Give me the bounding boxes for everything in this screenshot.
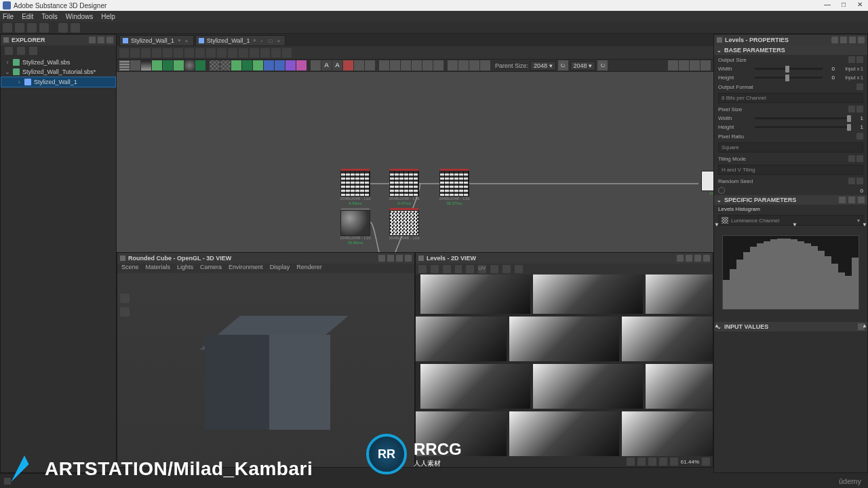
refresh-icon[interactable] xyxy=(250,48,259,58)
reset-icon[interactable] xyxy=(848,155,855,162)
tab-lights[interactable]: Lights xyxy=(177,264,193,273)
node-perlin-noise[interactable]: 2048x2048 - L1619.86ms xyxy=(339,210,372,245)
layout-icon[interactable] xyxy=(217,48,226,58)
swatch[interactable] xyxy=(296,60,307,70)
swatch[interactable] xyxy=(469,60,479,70)
node-graph-canvas[interactable]: 2048x2048 - L164.93ms 2048x2048 - L169.0… xyxy=(117,72,713,252)
output-black-handle[interactable]: ▲ xyxy=(714,323,719,329)
status-icon[interactable] xyxy=(4,478,11,485)
info-icon[interactable] xyxy=(701,60,711,70)
save-all-icon[interactable] xyxy=(39,23,49,33)
options-icon[interactable] xyxy=(848,197,855,203)
timing-icon[interactable] xyxy=(260,48,270,58)
height-slider[interactable] xyxy=(755,77,823,79)
px-width-slider[interactable] xyxy=(755,117,851,119)
popout-icon[interactable] xyxy=(686,255,692,262)
close-icon[interactable] xyxy=(703,255,710,262)
tab-display[interactable]: Display xyxy=(270,264,290,273)
node-result[interactable]: 1ms xyxy=(697,171,713,196)
reset-icon[interactable] xyxy=(848,178,855,184)
popout-icon[interactable] xyxy=(387,255,394,262)
swatch[interactable] xyxy=(130,60,140,70)
swatch[interactable] xyxy=(343,60,353,70)
new-graph-icon[interactable] xyxy=(5,47,13,55)
align-icon[interactable] xyxy=(206,48,216,58)
tab-materials[interactable]: Materials xyxy=(146,264,171,273)
select-icon[interactable] xyxy=(119,48,129,58)
node-perlin-noise-2[interactable]: 2048x2048 - L16 xyxy=(388,210,420,241)
view-toggle-icon[interactable] xyxy=(668,60,678,70)
maximize-icon[interactable] xyxy=(396,255,403,262)
panel-menu-icon[interactable] xyxy=(98,37,104,43)
input-white-handle[interactable]: ▼ xyxy=(862,222,867,228)
menu-edit[interactable]: Edit xyxy=(22,13,33,20)
menu-icon[interactable] xyxy=(856,155,863,162)
chevron-icon[interactable]: › xyxy=(5,59,10,66)
parent-size-select[interactable]: 2048 ▾ xyxy=(530,61,556,70)
minimize-button[interactable]: — xyxy=(819,0,835,11)
swatch[interactable] xyxy=(311,60,321,70)
node-flood-fill-grayscale[interactable]: 2048x2048 - L1630.37ms xyxy=(438,171,471,206)
menu-icon[interactable] xyxy=(858,197,865,203)
menu-windows[interactable]: Windows xyxy=(66,13,94,20)
swatch[interactable] xyxy=(220,60,231,70)
swatch[interactable] xyxy=(163,60,173,70)
timing-icon[interactable] xyxy=(690,60,700,70)
menu-tools[interactable]: Tools xyxy=(41,13,57,20)
import-icon[interactable] xyxy=(17,47,25,55)
redo-icon[interactable] xyxy=(71,23,80,33)
open-icon[interactable] xyxy=(15,23,24,33)
swatch-a[interactable]: A xyxy=(321,60,332,70)
channel-icon[interactable] xyxy=(490,265,498,273)
save-icon[interactable] xyxy=(431,265,439,273)
zoom-out-icon[interactable] xyxy=(659,458,667,466)
swatch[interactable] xyxy=(390,60,400,70)
section-specific-parameters[interactable]: ⌄SPECIFIC PARAMETERS xyxy=(714,195,867,205)
swatch[interactable] xyxy=(264,60,274,70)
swatch[interactable] xyxy=(275,60,285,70)
menu-icon[interactable] xyxy=(856,133,863,140)
zoom-fit-icon[interactable] xyxy=(174,48,183,58)
swatch-brick[interactable] xyxy=(119,60,130,70)
output-format-select[interactable]: 8 Bits per Channel xyxy=(718,93,863,103)
link-icon[interactable] xyxy=(29,47,37,55)
zoom-icon[interactable] xyxy=(163,48,172,58)
info-icon[interactable] xyxy=(152,48,161,58)
expand-icon[interactable] xyxy=(282,48,292,58)
swatch[interactable] xyxy=(422,60,433,70)
expose-icon[interactable] xyxy=(839,197,846,203)
close-icon[interactable] xyxy=(405,255,412,262)
view-icon[interactable] xyxy=(239,48,248,58)
maximize-icon[interactable] xyxy=(694,255,701,262)
panel-close-icon[interactable] xyxy=(106,37,113,43)
save-icon[interactable] xyxy=(27,23,37,33)
swatch[interactable] xyxy=(184,60,195,70)
swatch[interactable] xyxy=(354,60,364,70)
lock-icon[interactable]: ⭮ xyxy=(558,60,568,70)
output-white-handle[interactable]: ▲ xyxy=(862,323,867,329)
view-toggle-icon[interactable] xyxy=(679,60,689,70)
close-icon[interactable]: × xyxy=(185,38,191,43)
swatch[interactable] xyxy=(433,60,443,70)
tab[interactable]: Stylized_Wall_1 ⚬ × xyxy=(119,35,194,46)
pixel-ratio-select[interactable]: Square xyxy=(718,142,863,152)
seed-icon[interactable] xyxy=(718,187,725,194)
fit-icon[interactable] xyxy=(637,458,646,466)
swatch[interactable] xyxy=(210,60,220,70)
swatch[interactable] xyxy=(174,60,184,70)
swatch[interactable] xyxy=(242,60,252,70)
width-value[interactable]: 0 xyxy=(825,66,835,72)
menu-file[interactable]: File xyxy=(3,13,14,20)
tiling-mode-select[interactable]: H and V Tiling xyxy=(718,165,863,175)
camera-tool-icon[interactable] xyxy=(120,293,130,303)
chevron-icon[interactable]: › xyxy=(16,79,22,85)
levels-histogram[interactable] xyxy=(722,235,859,310)
menu-help[interactable]: Help xyxy=(101,13,115,20)
pin-icon[interactable]: ⚬ xyxy=(252,38,258,43)
width-slider[interactable] xyxy=(755,68,823,70)
px-height-value[interactable]: 1 xyxy=(854,124,863,130)
node-tile-generator[interactable]: 2048x2048 - L164.93ms xyxy=(339,171,372,206)
menu-icon[interactable] xyxy=(856,56,863,63)
magnet-icon[interactable] xyxy=(184,48,194,58)
paste-icon[interactable] xyxy=(443,265,451,273)
